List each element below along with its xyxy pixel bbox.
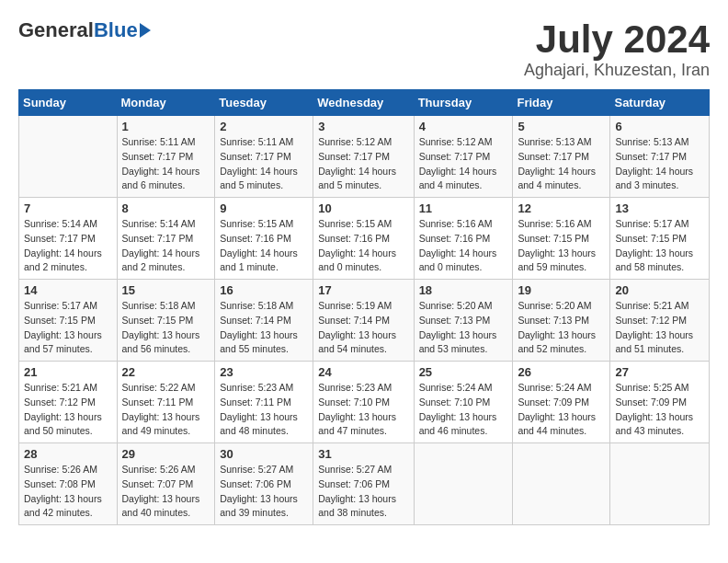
day-info: Sunrise: 5:26 AMSunset: 7:08 PMDaylight:… (24, 463, 112, 521)
day-info: Sunrise: 5:11 AMSunset: 7:17 PMDaylight:… (122, 135, 210, 193)
logo-arrow-icon (140, 23, 151, 38)
day-number: 31 (318, 447, 408, 461)
header-row: SundayMondayTuesdayWednesdayThursdayFrid… (19, 90, 710, 116)
day-number: 18 (419, 283, 508, 297)
day-number: 2 (220, 120, 308, 133)
calendar-cell: 21Sunrise: 5:21 AMSunset: 7:12 PMDayligh… (19, 362, 118, 443)
header-day-tuesday: Tuesday (215, 90, 313, 116)
calendar-cell: 15Sunrise: 5:18 AMSunset: 7:15 PMDayligh… (117, 280, 215, 362)
day-info: Sunrise: 5:18 AMSunset: 7:14 PMDaylight:… (220, 299, 308, 357)
day-number: 15 (122, 283, 210, 297)
logo: General Blue (18, 18, 151, 42)
calendar-cell: 3Sunrise: 5:12 AMSunset: 7:17 PMDaylight… (313, 116, 414, 198)
day-info: Sunrise: 5:24 AMSunset: 7:10 PMDaylight:… (419, 381, 508, 439)
day-info: Sunrise: 5:24 AMSunset: 7:09 PMDaylight:… (518, 381, 605, 439)
week-row-2: 7Sunrise: 5:14 AMSunset: 7:17 PMDaylight… (19, 198, 710, 280)
day-info: Sunrise: 5:17 AMSunset: 7:15 PMDaylight:… (615, 217, 704, 275)
day-number: 22 (122, 365, 210, 379)
day-number: 5 (518, 120, 605, 133)
day-info: Sunrise: 5:20 AMSunset: 7:13 PMDaylight:… (518, 299, 605, 357)
calendar-cell: 25Sunrise: 5:24 AMSunset: 7:10 PMDayligh… (414, 362, 513, 443)
day-number: 28 (24, 447, 112, 461)
day-number: 20 (615, 283, 704, 297)
day-info: Sunrise: 5:23 AMSunset: 7:11 PMDaylight:… (220, 381, 308, 439)
day-info: Sunrise: 5:14 AMSunset: 7:17 PMDaylight:… (24, 217, 112, 275)
title-section: July 2024 Aghajari, Khuzestan, Iran (524, 18, 710, 80)
calendar-cell: 13Sunrise: 5:17 AMSunset: 7:15 PMDayligh… (610, 198, 710, 280)
day-number: 25 (419, 365, 508, 379)
calendar-cell: 16Sunrise: 5:18 AMSunset: 7:14 PMDayligh… (215, 280, 313, 362)
day-info: Sunrise: 5:16 AMSunset: 7:15 PMDaylight:… (518, 217, 605, 275)
calendar-cell: 30Sunrise: 5:27 AMSunset: 7:06 PMDayligh… (215, 443, 313, 525)
day-info: Sunrise: 5:26 AMSunset: 7:07 PMDaylight:… (122, 463, 210, 521)
day-info: Sunrise: 5:13 AMSunset: 7:17 PMDaylight:… (518, 135, 605, 193)
calendar-cell (19, 116, 118, 198)
day-info: Sunrise: 5:16 AMSunset: 7:16 PMDaylight:… (419, 217, 508, 275)
day-number: 14 (24, 283, 112, 297)
calendar-cell: 27Sunrise: 5:25 AMSunset: 7:09 PMDayligh… (610, 362, 710, 443)
calendar-cell (414, 443, 513, 525)
day-number: 27 (615, 365, 704, 379)
day-number: 12 (518, 201, 605, 215)
day-number: 17 (318, 283, 408, 297)
day-number: 1 (122, 120, 210, 133)
day-info: Sunrise: 5:20 AMSunset: 7:13 PMDaylight:… (419, 299, 508, 357)
day-number: 19 (518, 283, 605, 297)
day-info: Sunrise: 5:27 AMSunset: 7:06 PMDaylight:… (318, 463, 408, 521)
calendar-cell: 7Sunrise: 5:14 AMSunset: 7:17 PMDaylight… (19, 198, 118, 280)
calendar-cell: 24Sunrise: 5:23 AMSunset: 7:10 PMDayligh… (313, 362, 414, 443)
day-number: 21 (24, 365, 112, 379)
calendar-cell: 23Sunrise: 5:23 AMSunset: 7:11 PMDayligh… (215, 362, 313, 443)
day-info: Sunrise: 5:15 AMSunset: 7:16 PMDaylight:… (220, 217, 308, 275)
calendar-cell (513, 443, 610, 525)
calendar-cell: 6Sunrise: 5:13 AMSunset: 7:17 PMDaylight… (610, 116, 710, 198)
calendar-cell (610, 443, 710, 525)
day-number: 4 (419, 120, 508, 133)
week-row-1: 1Sunrise: 5:11 AMSunset: 7:17 PMDaylight… (19, 116, 710, 198)
calendar-cell: 29Sunrise: 5:26 AMSunset: 7:07 PMDayligh… (117, 443, 215, 525)
day-number: 16 (220, 283, 308, 297)
day-number: 24 (318, 365, 408, 379)
header-day-sunday: Sunday (19, 90, 118, 116)
calendar-header: SundayMondayTuesdayWednesdayThursdayFrid… (19, 90, 710, 116)
day-info: Sunrise: 5:21 AMSunset: 7:12 PMDaylight:… (615, 299, 704, 357)
calendar-cell: 14Sunrise: 5:17 AMSunset: 7:15 PMDayligh… (19, 280, 118, 362)
day-info: Sunrise: 5:27 AMSunset: 7:06 PMDaylight:… (220, 463, 308, 521)
day-number: 10 (318, 201, 408, 215)
day-info: Sunrise: 5:23 AMSunset: 7:10 PMDaylight:… (318, 381, 408, 439)
day-number: 13 (615, 201, 704, 215)
day-number: 26 (518, 365, 605, 379)
day-info: Sunrise: 5:14 AMSunset: 7:17 PMDaylight:… (122, 217, 210, 275)
logo-blue-text: Blue (94, 18, 138, 42)
header-day-thursday: Thursday (414, 90, 513, 116)
logo-general-text: General (18, 18, 94, 42)
page-header: General Blue July 2024 Aghajari, Khuzest… (18, 18, 710, 80)
calendar-cell: 8Sunrise: 5:14 AMSunset: 7:17 PMDaylight… (117, 198, 215, 280)
day-number: 29 (122, 447, 210, 461)
calendar-cell: 12Sunrise: 5:16 AMSunset: 7:15 PMDayligh… (513, 198, 610, 280)
day-info: Sunrise: 5:25 AMSunset: 7:09 PMDaylight:… (615, 381, 704, 439)
day-number: 30 (220, 447, 308, 461)
calendar-cell: 17Sunrise: 5:19 AMSunset: 7:14 PMDayligh… (313, 280, 414, 362)
day-info: Sunrise: 5:21 AMSunset: 7:12 PMDaylight:… (24, 381, 112, 439)
day-number: 23 (220, 365, 308, 379)
calendar-cell: 10Sunrise: 5:15 AMSunset: 7:16 PMDayligh… (313, 198, 414, 280)
day-info: Sunrise: 5:17 AMSunset: 7:15 PMDaylight:… (24, 299, 112, 357)
header-day-saturday: Saturday (610, 90, 710, 116)
calendar-cell: 5Sunrise: 5:13 AMSunset: 7:17 PMDaylight… (513, 116, 610, 198)
location-title: Aghajari, Khuzestan, Iran (524, 61, 710, 80)
header-day-monday: Monday (117, 90, 215, 116)
calendar-cell: 4Sunrise: 5:12 AMSunset: 7:17 PMDaylight… (414, 116, 513, 198)
calendar-cell: 26Sunrise: 5:24 AMSunset: 7:09 PMDayligh… (513, 362, 610, 443)
calendar-cell: 19Sunrise: 5:20 AMSunset: 7:13 PMDayligh… (513, 280, 610, 362)
day-number: 11 (419, 201, 508, 215)
calendar-cell: 11Sunrise: 5:16 AMSunset: 7:16 PMDayligh… (414, 198, 513, 280)
day-number: 9 (220, 201, 308, 215)
calendar-cell: 9Sunrise: 5:15 AMSunset: 7:16 PMDaylight… (215, 198, 313, 280)
day-info: Sunrise: 5:15 AMSunset: 7:16 PMDaylight:… (318, 217, 408, 275)
calendar-body: 1Sunrise: 5:11 AMSunset: 7:17 PMDaylight… (19, 116, 710, 525)
day-info: Sunrise: 5:18 AMSunset: 7:15 PMDaylight:… (122, 299, 210, 357)
day-info: Sunrise: 5:22 AMSunset: 7:11 PMDaylight:… (122, 381, 210, 439)
header-day-friday: Friday (513, 90, 610, 116)
week-row-3: 14Sunrise: 5:17 AMSunset: 7:15 PMDayligh… (19, 280, 710, 362)
